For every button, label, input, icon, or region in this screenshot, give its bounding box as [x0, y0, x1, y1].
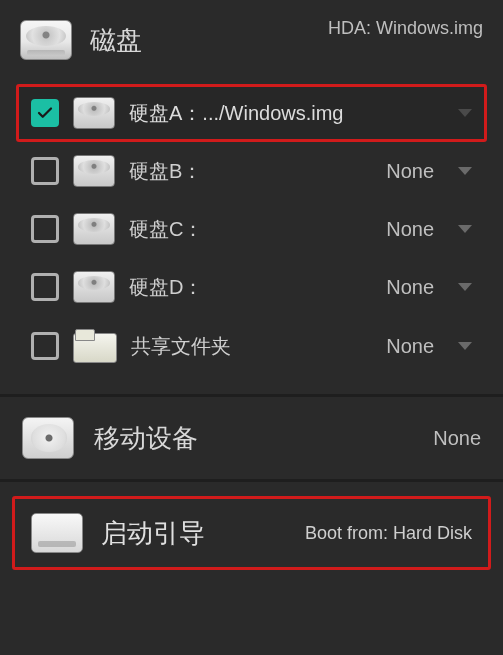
disk-rows: 硬盘A：.../Windows.img 硬盘B： None 硬盘C： None	[0, 78, 503, 394]
disk-checkbox-shared[interactable]	[31, 332, 59, 360]
boot-title: 启动引导	[101, 516, 205, 551]
disk-section: 磁盘 HDA: Windows.img 硬盘A：.../Windows.img …	[0, 0, 503, 397]
chevron-down-icon[interactable]	[458, 167, 472, 175]
chevron-down-icon[interactable]	[458, 109, 472, 117]
hard-disk-icon	[73, 97, 115, 129]
disk-value-hdc: None	[217, 218, 434, 241]
disk-checkbox-hdd[interactable]	[31, 273, 59, 301]
hard-disk-icon	[18, 16, 74, 64]
disk-value-hdb: None	[216, 160, 434, 183]
disk-section-title: 磁盘	[90, 23, 142, 58]
disk-label-shared: 共享文件夹	[131, 333, 231, 360]
boot-row[interactable]: 启动引导 Boot from: Hard Disk	[12, 496, 491, 570]
removable-row[interactable]: 移动设备 None	[0, 397, 503, 479]
boot-section: 启动引导 Boot from: Hard Disk	[0, 496, 503, 570]
check-icon	[36, 104, 54, 122]
disk-row-shared-folder[interactable]: 共享文件夹 None	[16, 316, 487, 376]
disk-checkbox-hda[interactable]	[31, 99, 59, 127]
chevron-down-icon[interactable]	[458, 283, 472, 291]
disk-checkbox-hdc[interactable]	[31, 215, 59, 243]
disk-row-hdd[interactable]: 硬盘D： None	[16, 258, 487, 316]
chevron-down-icon[interactable]	[458, 342, 472, 350]
disk-label-hda: 硬盘A：.../Windows.img	[129, 100, 434, 127]
disk-section-header: 磁盘 HDA: Windows.img	[0, 0, 503, 78]
hard-disk-icon	[73, 155, 115, 187]
removable-value: None	[218, 427, 481, 450]
disk-row-hdb[interactable]: 硬盘B： None	[16, 142, 487, 200]
chevron-down-icon[interactable]	[458, 225, 472, 233]
disk-checkbox-hdb[interactable]	[31, 157, 59, 185]
disk-label-hdd: 硬盘D：	[129, 274, 203, 301]
disk-row-hda[interactable]: 硬盘A：.../Windows.img	[16, 84, 487, 142]
hard-disk-icon	[73, 271, 115, 303]
disk-value-shared: None	[245, 335, 434, 358]
disk-label-hdb: 硬盘B：	[129, 158, 202, 185]
disk-row-hdc[interactable]: 硬盘C： None	[16, 200, 487, 258]
boot-value: Boot from: Hard Disk	[223, 523, 472, 544]
disk-label-hdc: 硬盘C：	[129, 216, 203, 243]
boot-disk-icon	[31, 513, 83, 553]
removable-section: 移动设备 None	[0, 397, 503, 482]
disk-section-hint: HDA: Windows.img	[328, 18, 483, 39]
hard-disk-icon	[73, 213, 115, 245]
disk-value-hdd: None	[217, 276, 434, 299]
removable-title: 移动设备	[94, 421, 198, 456]
optical-drive-icon	[22, 417, 74, 459]
folder-icon	[73, 329, 117, 363]
